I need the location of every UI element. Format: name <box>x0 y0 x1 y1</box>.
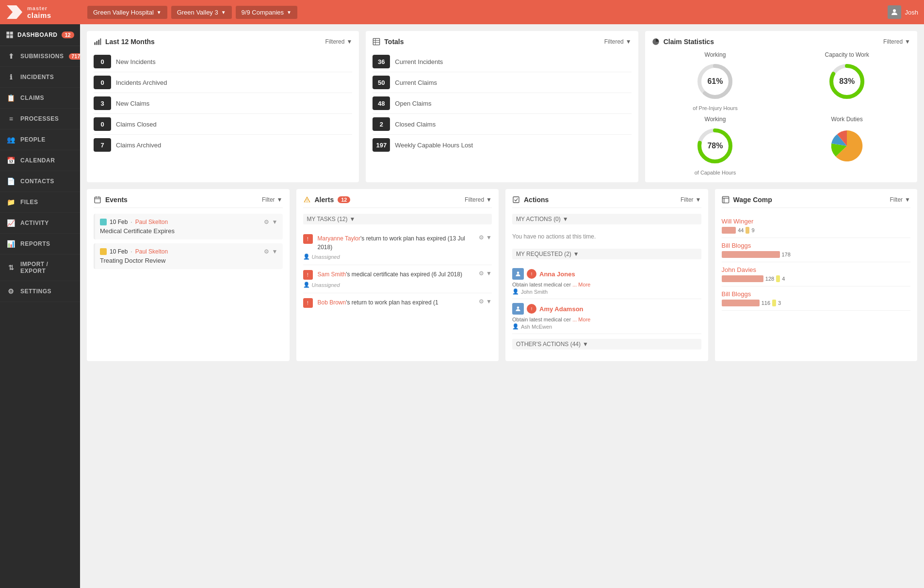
gear-icon[interactable]: ⚙ <box>479 298 484 305</box>
wage-value: 178 <box>782 252 791 257</box>
alert-person-link[interactable]: Maryanne Taylor <box>318 235 361 242</box>
sidebar-item-dashboard[interactable]: DASHBOARD 12 <box>0 24 80 46</box>
event-actions: ⚙ ▼ <box>264 248 278 255</box>
actions-filter[interactable]: Filter ▼ <box>681 196 701 203</box>
events-title: Events <box>94 196 128 204</box>
piechart-icon <box>652 38 660 46</box>
person-icon: 👤 <box>512 323 519 330</box>
sidebar-item-settings[interactable]: ⚙SETTINGS <box>0 281 80 302</box>
processes-icon: ≡ <box>7 115 16 123</box>
user-avatar[interactable] <box>888 5 901 19</box>
event-title: Treating Doctor Review <box>100 257 278 264</box>
stat-label: New Claims <box>116 100 149 107</box>
event-person[interactable]: Paul Skelton <box>135 219 168 225</box>
wage-bars: 1163 <box>722 300 911 306</box>
action-name[interactable]: Anna Jones <box>539 270 575 278</box>
gear-icon[interactable]: ⚙ <box>264 219 269 225</box>
sidebar-label-processes: PROCESSES <box>20 115 59 122</box>
companies-dropdown[interactable]: 9/9 Companies ▼ <box>236 6 297 19</box>
wage-bar <box>722 300 760 306</box>
action-avatar <box>512 268 524 280</box>
calendar-icon: 📅 <box>7 157 16 164</box>
event-date-line: 10 Feb · Paul Skelton ⚙ ▼ <box>100 219 278 225</box>
events-filter[interactable]: Filter ▼ <box>262 196 283 203</box>
claimstats-filter[interactable]: Filtered ▼ <box>883 38 910 45</box>
alert-person-link[interactable]: Bob Brown <box>318 299 346 306</box>
chevron-down-icon[interactable]: ▼ <box>486 298 492 305</box>
myrequested-dropdown[interactable]: MY REQUESTED (2) ▼ <box>512 249 701 259</box>
logo-sub: master <box>27 5 51 11</box>
event-person[interactable]: Paul Skelton <box>135 248 168 255</box>
alerts-panel: Alerts 12 Filtered ▼ MY TASKS (12) ▼ ! <box>296 189 499 361</box>
wage-name[interactable]: John Davies <box>722 266 911 273</box>
alert-person-link[interactable]: Sam Smith <box>318 271 346 278</box>
wage-person: Will Winger449 <box>722 214 911 238</box>
event-actions: ⚙ ▼ <box>264 219 278 225</box>
chevron-down-icon[interactable]: ▼ <box>272 219 278 225</box>
sidebar-item-import_export[interactable]: ⇅IMPORT / EXPORT <box>0 254 80 281</box>
alert-assigned: 👤 Unassigned <box>303 254 492 260</box>
sidebar-item-reports[interactable]: 📊REPORTS <box>0 234 80 254</box>
gear-icon[interactable]: ⚙ <box>479 234 484 241</box>
sidebar-label-claims: CLAIMS <box>20 95 44 101</box>
last12months-filter[interactable]: Filtered ▼ <box>325 38 352 45</box>
gear-icon[interactable]: ⚙ <box>264 248 269 255</box>
sidebar-item-calendar[interactable]: 📅CALENDAR <box>0 150 80 171</box>
wagecomp-filter[interactable]: Filter ▼ <box>890 196 910 203</box>
wage-name[interactable]: Bill Bloggs <box>722 242 911 249</box>
actions-panel: Actions Filter ▼ MY ACTIONS (0) ▼ You ha… <box>505 189 708 361</box>
filter-caret: ▼ <box>346 38 352 45</box>
wage-bars: 449 <box>722 227 911 234</box>
stat-badge: 197 <box>373 138 390 152</box>
more-link[interactable]: ... More <box>572 282 590 287</box>
wage-bars: 1284 <box>722 275 911 282</box>
claimstats-content: Working 61% of Pre-Injury Hours Capacit <box>652 51 910 175</box>
svg-rect-2 <box>6 32 9 34</box>
dropdown-caret: ▼ <box>350 216 356 222</box>
sidebar-item-submissions[interactable]: ⬆SUBMISSIONS717 <box>0 46 80 67</box>
sidebar-item-files[interactable]: 📁FILES <box>0 192 80 213</box>
sidebar-item-processes[interactable]: ≡PROCESSES <box>0 109 80 129</box>
chevron-down-icon[interactable]: ▼ <box>486 270 492 277</box>
sidebar-item-incidents[interactable]: ℹINCIDENTS <box>0 67 80 88</box>
last12-row: 7Claims Archived <box>94 135 352 155</box>
stat-label: New Incidents <box>116 58 156 65</box>
alerts-filter[interactable]: Filtered ▼ <box>465 196 492 203</box>
gear-icon[interactable]: ⚙ <box>479 270 484 277</box>
totals-filter[interactable]: Filtered ▼ <box>604 38 632 45</box>
sidebar-item-claims[interactable]: 📋CLAIMS <box>0 88 80 109</box>
chevron-down-icon[interactable]: ▼ <box>272 248 278 255</box>
group-dropdown[interactable]: Green Valley 3 ▼ <box>171 6 232 19</box>
actions-list: ! Anna Jones Obtain latest medical cer .… <box>512 264 701 334</box>
settings-icon: ⚙ <box>7 287 16 295</box>
chevron-down-icon[interactable]: ▼ <box>486 234 492 241</box>
hospital-dropdown[interactable]: Green Valley Hospital ▼ <box>87 6 167 19</box>
alert-icon: ! <box>303 234 313 244</box>
alert-actions: ⚙ ▼ <box>479 234 492 241</box>
wage-name[interactable]: Bill Bloggs <box>722 290 911 298</box>
sidebar-item-activity[interactable]: 📈ACTIVITY <box>0 213 80 234</box>
action-circle: ! <box>527 269 536 279</box>
sidebar-label-calendar: CALENDAR <box>20 157 55 164</box>
event-date-line: 10 Feb · Paul Skelton ⚙ ▼ <box>100 248 278 255</box>
action-assignee: 👤 John Smith <box>512 288 701 295</box>
logo-icon <box>6 3 23 21</box>
logo[interactable]: master claims <box>6 3 83 21</box>
sidebar-item-people[interactable]: 👥PEOPLE <box>0 129 80 150</box>
last12-row: 3New Claims <box>94 93 352 114</box>
stat-badge: 7 <box>94 138 111 152</box>
action-name[interactable]: Amy Adamson <box>539 305 584 313</box>
myactions-dropdown[interactable]: MY ACTIONS (0) ▼ <box>512 214 701 224</box>
event-item: 10 Feb · Paul Skelton ⚙ ▼ Treating Docto… <box>94 243 283 269</box>
wage-bar <box>776 275 780 282</box>
action-avatar <box>512 303 524 315</box>
activity-icon: 📈 <box>7 219 16 227</box>
more-link[interactable]: ... More <box>572 317 590 322</box>
alerts-section-dropdown[interactable]: MY TASKS (12) ▼ <box>303 214 492 224</box>
wage-name[interactable]: Will Winger <box>722 218 911 225</box>
othersactions-dropdown[interactable]: OTHER'S ACTIONS (44) ▼ <box>512 339 701 350</box>
sidebar-item-contacts[interactable]: 📄CONTACTS <box>0 171 80 192</box>
alert-header: ! Sam Smith's medical certificate has ex… <box>303 270 492 280</box>
svg-rect-5 <box>10 35 13 38</box>
claimstats-panel: Claim Statistics Filtered ▼ Working <box>645 31 917 182</box>
